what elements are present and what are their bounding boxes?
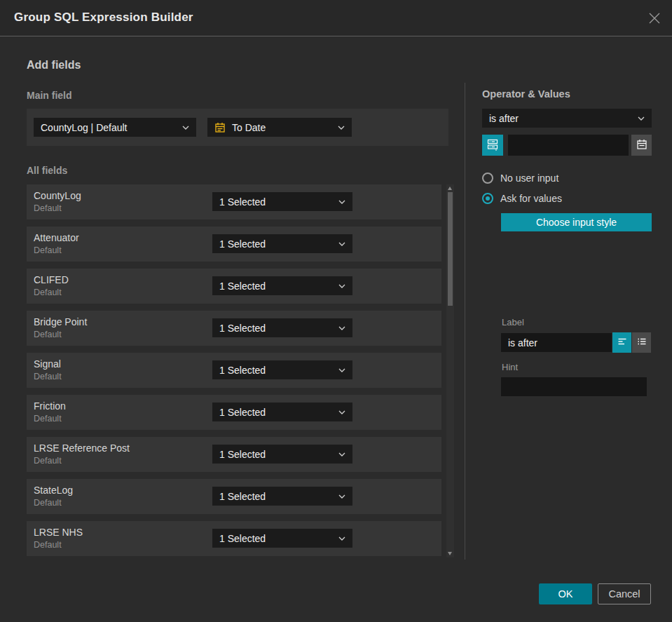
value-input[interactable] xyxy=(508,135,629,156)
chevron-down-icon xyxy=(338,536,345,541)
field-selected-dropdown[interactable]: 1 Selected xyxy=(212,487,352,506)
field-subtitle: Default xyxy=(34,456,62,466)
scroll-up-icon[interactable] xyxy=(448,187,452,190)
chevron-down-icon xyxy=(338,242,345,246)
calendar-icon xyxy=(636,139,647,152)
field-row: CLIFEDDefault1 Selected xyxy=(27,269,441,304)
field-selected-value: 1 Selected xyxy=(219,196,266,208)
field-subtitle: Default xyxy=(34,372,62,381)
main-field-select-value: CountyLog | Default xyxy=(41,122,128,133)
field-selected-value: 1 Selected xyxy=(219,491,266,502)
field-name: Bridge Point xyxy=(34,316,87,327)
field-subtitle: Default xyxy=(34,203,62,213)
field-selected-dropdown[interactable]: 1 Selected xyxy=(212,360,352,379)
radio-ask-for-values[interactable]: Ask for values xyxy=(482,193,562,204)
radio-no-user-input[interactable]: No user input xyxy=(482,173,558,184)
scrollbar-thumb[interactable] xyxy=(448,192,453,306)
chevron-down-icon xyxy=(338,452,345,457)
main-field-select[interactable]: CountyLog | Default xyxy=(34,118,196,137)
operator-select[interactable]: is after xyxy=(482,109,652,128)
field-selected-dropdown[interactable]: 1 Selected xyxy=(212,318,352,337)
dialog-header: Group SQL Expression Builder xyxy=(0,0,672,36)
field-row: Bridge PointDefault1 Selected xyxy=(27,311,441,346)
field-name: StateLog xyxy=(34,485,73,496)
field-row: StateLogDefault1 Selected xyxy=(27,479,441,514)
field-row: FrictionDefault1 Selected xyxy=(27,395,441,430)
operator-values-heading: Operator & Values xyxy=(482,88,570,100)
input-style-list-button[interactable] xyxy=(632,332,651,353)
chevron-down-icon xyxy=(338,326,345,330)
radio-selected-icon xyxy=(482,193,493,204)
field-selected-value: 1 Selected xyxy=(219,407,266,418)
field-selected-value: 1 Selected xyxy=(219,323,266,334)
chevron-down-icon xyxy=(338,126,345,130)
label-input[interactable] xyxy=(501,333,612,352)
dialog-title: Group SQL Expression Builder xyxy=(14,11,193,25)
field-row: AttenuatorDefault1 Selected xyxy=(27,227,441,262)
scroll-down-icon[interactable] xyxy=(448,552,452,555)
radio-no-user-input-label: No user input xyxy=(500,173,558,184)
radio-unselected-icon xyxy=(482,173,493,184)
ok-button[interactable]: OK xyxy=(539,583,592,604)
field-name: LRSE Reference Post xyxy=(34,442,130,454)
all-fields-list: CountyLogDefault1 SelectedAttenuatorDefa… xyxy=(27,184,441,563)
field-selected-value: 1 Selected xyxy=(219,280,266,292)
date-picker-button[interactable] xyxy=(631,135,652,156)
field-selected-value: 1 Selected xyxy=(219,365,266,376)
field-name: LRSE NHS xyxy=(34,527,83,538)
value-input-row xyxy=(482,135,652,156)
align-left-icon xyxy=(617,336,628,349)
chevron-down-icon xyxy=(638,116,645,121)
chevron-down-icon xyxy=(338,368,345,372)
field-row: LRSE Reference PostDefault1 Selected xyxy=(27,437,441,472)
field-selected-value: 1 Selected xyxy=(219,533,266,544)
date-field-select[interactable]: To Date xyxy=(207,118,352,137)
field-subtitle: Default xyxy=(34,414,62,424)
field-selected-dropdown[interactable]: 1 Selected xyxy=(212,276,352,295)
chevron-down-icon xyxy=(338,494,345,499)
choose-input-style-button[interactable]: Choose input style xyxy=(501,213,652,231)
bulleted-list-icon xyxy=(636,336,647,349)
field-selected-dropdown[interactable]: 1 Selected xyxy=(212,234,352,253)
label-row xyxy=(501,332,652,353)
values-list-icon xyxy=(486,138,499,153)
field-name: Friction xyxy=(34,400,66,412)
label-field-label: Label xyxy=(502,317,524,327)
field-name: Signal xyxy=(34,358,61,370)
main-field-label: Main field xyxy=(27,90,72,101)
operator-select-value: is after xyxy=(489,113,519,124)
hint-input[interactable] xyxy=(501,377,647,396)
pick-values-button[interactable] xyxy=(482,135,503,156)
field-row: SignalDefault1 Selected xyxy=(27,353,441,388)
group-sql-expression-builder-dialog: Group SQL Expression Builder Add fields … xyxy=(0,0,672,622)
field-subtitle: Default xyxy=(34,245,62,255)
hint-field-label: Hint xyxy=(502,362,518,372)
field-selected-dropdown[interactable]: 1 Selected xyxy=(212,445,352,464)
add-fields-heading: Add fields xyxy=(27,59,81,72)
field-name: CLIFED xyxy=(34,274,69,285)
field-selected-dropdown[interactable]: 1 Selected xyxy=(212,192,352,211)
input-style-text-button[interactable] xyxy=(612,332,631,353)
close-icon[interactable] xyxy=(647,11,661,25)
all-fields-label: All fields xyxy=(27,165,67,176)
field-name: CountyLog xyxy=(34,190,81,201)
chevron-down-icon xyxy=(338,200,345,204)
field-selected-dropdown[interactable]: 1 Selected xyxy=(212,403,352,421)
field-subtitle: Default xyxy=(34,498,62,508)
chevron-down-icon xyxy=(182,126,189,130)
main-field-row: CountyLog | Default To Date xyxy=(27,109,448,146)
field-row: LRSE NHSDefault1 Selected xyxy=(27,521,441,556)
field-selected-value: 1 Selected xyxy=(219,238,266,250)
calendar-icon xyxy=(214,122,226,133)
date-field-select-value: To Date xyxy=(232,122,266,133)
field-subtitle: Default xyxy=(34,330,62,339)
field-selected-value: 1 Selected xyxy=(219,449,266,460)
cancel-button[interactable]: Cancel xyxy=(598,583,651,604)
field-name: Attenuator xyxy=(34,232,79,243)
field-row: CountyLogDefault1 Selected xyxy=(27,184,441,219)
fields-list-scrollbar[interactable] xyxy=(446,184,454,557)
panel-divider xyxy=(465,83,465,560)
field-subtitle: Default xyxy=(34,540,62,550)
field-selected-dropdown[interactable]: 1 Selected xyxy=(212,529,352,548)
chevron-down-icon xyxy=(338,284,345,288)
